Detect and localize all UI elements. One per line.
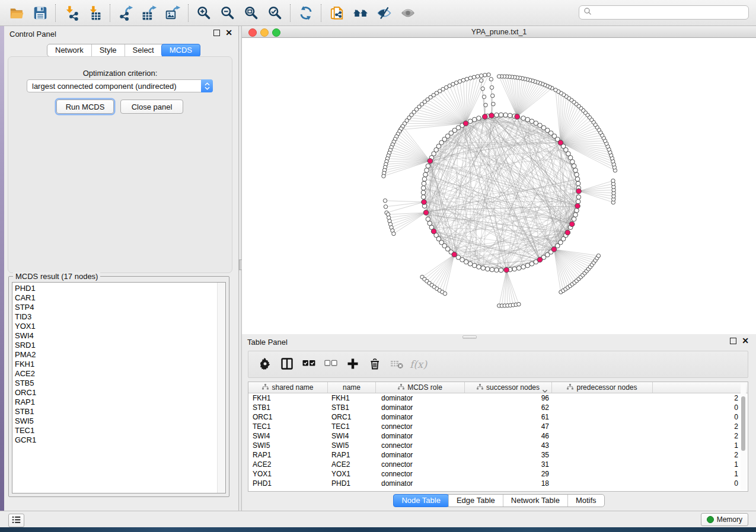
mcds-result-item[interactable]: ACE2 xyxy=(15,369,225,379)
export-image-icon xyxy=(165,5,181,21)
cell: 2 xyxy=(658,432,738,440)
cytoscape-application: Control Panel ✕ NetworkStyleSelectMCDS O… xyxy=(0,0,756,532)
tab-edge-table[interactable]: Edge Table xyxy=(448,495,503,507)
tab-network[interactable]: Network xyxy=(47,44,91,56)
hide-graphics-details-button[interactable] xyxy=(372,2,396,24)
export-table-button[interactable] xyxy=(138,2,161,24)
mcds-result-item[interactable]: CAR1 xyxy=(15,293,225,303)
table-row-YOX1[interactable]: YOX1YOX1connector291 xyxy=(248,469,748,479)
mcds-result-item[interactable]: TID3 xyxy=(15,312,225,322)
select-all-rows-button[interactable] xyxy=(298,352,320,376)
mcds-result-item[interactable]: STB5 xyxy=(15,379,225,388)
zoom-selected-button[interactable] xyxy=(263,2,287,24)
network-view-canvas[interactable] xyxy=(242,38,756,334)
cell: SWI4 xyxy=(331,432,374,440)
mcds-result-item[interactable]: TEC1 xyxy=(15,426,225,435)
zoom-out-button[interactable] xyxy=(216,2,240,24)
table-row-ORC1[interactable]: ORC1ORC1dominator610 xyxy=(248,412,748,422)
mcds-result-item[interactable]: ORC1 xyxy=(15,388,225,398)
mcds-result-item[interactable]: SRD1 xyxy=(15,341,225,350)
mcds-result-item[interactable]: SWI5 xyxy=(15,416,225,426)
table-settings-gear-button[interactable] xyxy=(254,352,276,376)
control-panel-header: Control Panel ✕ xyxy=(4,26,238,41)
cell: ACE2 xyxy=(331,460,374,469)
tab-select[interactable]: Select xyxy=(125,44,162,56)
column-header-name[interactable]: name xyxy=(328,382,376,393)
table-row-RAP1[interactable]: RAP1RAP1dominator352 xyxy=(248,450,748,460)
hide-graphics-details-icon xyxy=(377,5,392,21)
refresh-layout-button[interactable] xyxy=(294,2,318,24)
function-builder-button: f(x) xyxy=(407,352,429,376)
share-document-button[interactable] xyxy=(325,2,349,24)
add-column-button[interactable] xyxy=(342,352,363,376)
mcds-list-scrollbar[interactable] xyxy=(217,283,225,493)
table-panel-title: Table Panel xyxy=(247,338,288,347)
control-panel-title: Control Panel xyxy=(9,30,56,39)
network-overview-button[interactable] xyxy=(349,2,372,24)
table-row-ACE2[interactable]: ACE2ACE2connector311 xyxy=(248,460,748,469)
column-header-MCDS-role[interactable]: MCDS role xyxy=(376,382,465,393)
mcds-result-item[interactable]: RAP1 xyxy=(15,398,225,407)
open-file-button[interactable] xyxy=(5,2,28,24)
tab-mcds[interactable]: MCDS xyxy=(161,44,200,57)
tab-motifs[interactable]: Motifs xyxy=(567,495,604,507)
column-visibility-button[interactable] xyxy=(276,352,298,376)
mcds-result-item[interactable]: GCR1 xyxy=(15,435,225,445)
table-row-SWI5[interactable]: SWI5SWI5connector431 xyxy=(248,441,748,450)
close-table-panel-icon[interactable]: ✕ xyxy=(742,338,749,344)
mcds-result-group: MCDS result (17 nodes) PHD1CAR1STP4TID3Y… xyxy=(8,276,229,497)
network-window-titlebar[interactable]: YPA_prune.txt_1 xyxy=(242,26,756,38)
main-toolbar xyxy=(0,0,756,26)
mcds-result-item[interactable]: PHD1 xyxy=(15,284,225,293)
mcds-result-item[interactable]: STB1 xyxy=(15,407,225,416)
cell: FKH1 xyxy=(331,394,374,402)
import-table-button[interactable] xyxy=(83,2,107,24)
export-image-button[interactable] xyxy=(161,2,185,24)
import-network-button[interactable] xyxy=(59,2,83,24)
zoom-fit-button[interactable] xyxy=(240,2,263,24)
mcds-result-list[interactable]: PHD1CAR1STP4TID3YOX1SWI4SRD1PMA2FKH1ACE2… xyxy=(12,282,226,493)
column-header-predecessor-nodes[interactable]: predecessor nodes xyxy=(552,382,653,393)
float-table-panel-icon[interactable] xyxy=(730,338,736,344)
tab-network-table[interactable]: Network Table xyxy=(503,495,567,507)
table-row-TEC1[interactable]: TEC1TEC1connector472 xyxy=(248,422,748,431)
column-header-successor-nodes[interactable]: successor nodes xyxy=(465,382,552,393)
search-input[interactable] xyxy=(595,7,748,18)
float-panel-icon[interactable] xyxy=(213,30,220,36)
delete-table-icon xyxy=(390,357,403,372)
column-header-label: name xyxy=(343,383,361,392)
cell: STB1 xyxy=(331,403,374,412)
mcds-result-item[interactable]: YOX1 xyxy=(15,322,225,331)
tab-node-table[interactable]: Node Table xyxy=(393,494,449,507)
column-type-icon xyxy=(262,383,269,392)
table-panel-header: Table Panel xyxy=(242,334,756,350)
memory-button[interactable]: Memory xyxy=(701,513,748,526)
mcds-result-item[interactable]: STP4 xyxy=(15,303,225,312)
close-panel-button[interactable]: Close panel xyxy=(120,100,183,114)
zoom-in-button[interactable] xyxy=(192,2,216,24)
table-settings-gear-icon xyxy=(259,357,272,372)
mcds-result-item[interactable]: FKH1 xyxy=(15,360,225,369)
column-header-shared-name[interactable]: shared name xyxy=(248,382,328,393)
table-row-SWI4[interactable]: SWI4SWI4dominator462 xyxy=(248,431,748,441)
column-header-label: successor nodes xyxy=(486,383,540,392)
table-row-PHD1[interactable]: PHD1PHD1dominator180 xyxy=(248,479,748,488)
tab-style[interactable]: Style xyxy=(91,44,125,56)
close-panel-icon[interactable]: ✕ xyxy=(225,30,232,36)
optimization-criterion-select[interactable]: largest connected component (undirected) xyxy=(27,79,213,92)
save-session-button[interactable] xyxy=(28,2,52,24)
export-table-icon xyxy=(142,5,157,21)
mcds-result-item[interactable]: PMA2 xyxy=(15,350,225,360)
column-type-icon xyxy=(567,383,573,392)
import-network-icon xyxy=(63,5,79,21)
cell: 2 xyxy=(658,451,738,459)
mcds-result-item[interactable]: SWI4 xyxy=(15,331,225,341)
delete-column-button[interactable] xyxy=(363,352,385,376)
run-mcds-button[interactable]: Run MCDS xyxy=(56,100,114,114)
table-row-STB1[interactable]: STB1STB1dominator620 xyxy=(248,403,748,412)
task-history-button[interactable] xyxy=(8,514,24,527)
table-row-FKH1[interactable]: FKH1FKH1dominator962 xyxy=(248,393,748,403)
export-network-button[interactable] xyxy=(114,2,138,24)
table-scrollbar[interactable] xyxy=(741,383,746,490)
deselect-all-rows-button[interactable] xyxy=(320,352,342,376)
